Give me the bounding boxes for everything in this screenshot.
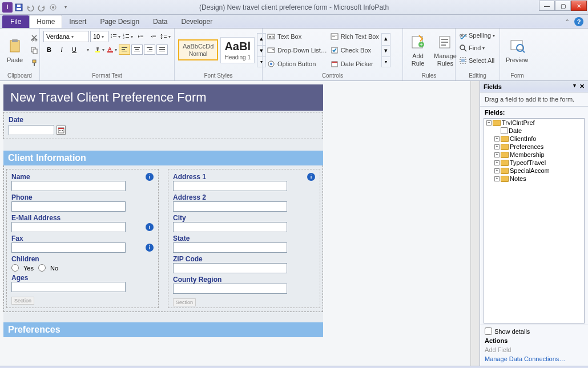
controls-gallery-nav[interactable]: ▴ ▾ ▾	[381, 33, 390, 67]
save-icon[interactable]	[14, 2, 24, 13]
align-right-icon[interactable]	[144, 45, 155, 55]
manage-rules-button[interactable]: Manage Rules	[432, 32, 459, 67]
increase-indent-icon[interactable]	[147, 31, 159, 42]
show-details-checkbox[interactable]	[485, 327, 492, 335]
numbering-icon[interactable]: 12	[122, 31, 134, 42]
date-section[interactable]: Date	[3, 112, 323, 139]
cut-icon[interactable]	[29, 32, 40, 43]
file-tab[interactable]: File	[2, 15, 29, 28]
zip-input[interactable]	[173, 263, 287, 273]
country-input[interactable]	[173, 284, 287, 294]
state-input[interactable]	[173, 242, 287, 253]
align-center-icon[interactable]	[131, 45, 143, 55]
client-info-header[interactable]: Client Information	[3, 151, 323, 165]
client-info-right-col[interactable]: Address 1i Address 2 City State ZIP Code…	[168, 169, 320, 308]
help-icon[interactable]: ?	[574, 17, 583, 26]
align-left-icon[interactable]	[119, 45, 130, 55]
expand-icon[interactable]: +	[494, 168, 500, 173]
children-yes-radio[interactable]	[11, 264, 19, 272]
decrease-indent-icon[interactable]	[135, 31, 146, 42]
add-rule-button[interactable]: + Add Rule	[406, 32, 429, 67]
tab-data[interactable]: Data	[146, 15, 174, 28]
underline-dd-icon[interactable]	[81, 44, 92, 55]
form-title[interactable]: New Travel Client Preference Form	[3, 84, 323, 111]
paste-button[interactable]: Paste	[3, 36, 26, 64]
phone-input[interactable]	[11, 201, 126, 212]
email-input[interactable]	[11, 222, 126, 232]
info-icon[interactable]: i	[146, 244, 154, 252]
highlight-icon[interactable]	[94, 44, 105, 55]
design-canvas[interactable]: New Travel Client Preference Form Date C…	[0, 81, 470, 366]
style-normal[interactable]: AaBbCcDd Normal	[178, 39, 218, 60]
vertical-scrollbar[interactable]	[470, 81, 480, 366]
tab-page-design[interactable]: Page Design	[93, 15, 146, 28]
redo-icon[interactable]	[37, 2, 47, 13]
tree-item-membership[interactable]: +Membership	[484, 151, 584, 159]
info-icon[interactable]: i	[146, 173, 154, 181]
ctrl-option-button[interactable]: Option Button	[266, 58, 317, 70]
app-icon[interactable]: I	[2, 2, 13, 13]
client-info-left-col[interactable]: Namei Phone E-Mail Addressi Faxi Childre…	[6, 169, 159, 308]
ctrl-drop-down[interactable]: Drop-Down List…	[266, 44, 328, 56]
children-no-radio[interactable]	[38, 264, 46, 272]
spelling-button[interactable]: abcSpelling▾	[459, 30, 495, 41]
section-tag[interactable]: Section	[11, 297, 34, 305]
address1-input[interactable]	[173, 181, 287, 191]
font-color-icon[interactable]: A	[106, 44, 118, 55]
italic-icon[interactable]: I	[56, 44, 67, 55]
fields-tree[interactable]: −TrvlClntPref Date +ClientInfo +Preferen…	[484, 118, 585, 323]
tab-developer[interactable]: Developer	[174, 15, 219, 28]
minimize-ribbon-icon[interactable]: ⌃	[563, 18, 571, 26]
line-spacing-icon[interactable]	[160, 31, 171, 42]
expand-icon[interactable]: +	[494, 144, 500, 149]
expand-icon[interactable]: +	[494, 152, 500, 157]
tab-home[interactable]: Home	[29, 15, 62, 28]
find-button[interactable]: Find▾	[459, 42, 485, 54]
close-button[interactable]: ✕	[571, 1, 587, 11]
manage-connections-link[interactable]: Manage Data Connections…	[485, 354, 583, 363]
address2-input[interactable]	[173, 201, 287, 212]
pane-close-icon[interactable]: ✕	[579, 83, 585, 90]
preview-qat-icon[interactable]	[48, 2, 58, 13]
underline-icon[interactable]: U	[69, 44, 80, 55]
ages-input[interactable]	[11, 282, 126, 292]
date-input[interactable]	[9, 125, 54, 135]
bold-icon[interactable]: B	[43, 44, 55, 55]
ctrl-date-picker[interactable]: Date Picker	[329, 58, 374, 70]
align-justify-icon[interactable]	[156, 45, 168, 55]
copy-icon[interactable]	[29, 45, 40, 56]
client-info-section[interactable]: Namei Phone E-Mail Addressi Faxi Childre…	[3, 165, 323, 312]
expand-icon[interactable]: +	[494, 176, 500, 181]
info-icon[interactable]: i	[146, 223, 154, 231]
name-input[interactable]	[11, 181, 126, 191]
pane-dropdown-icon[interactable]: ▼	[572, 83, 577, 90]
style-heading1[interactable]: AaBl Heading 1	[220, 37, 255, 63]
bullets-icon[interactable]	[110, 31, 121, 42]
info-icon[interactable]: i	[307, 173, 315, 181]
qat-dropdown-icon[interactable]	[59, 2, 70, 13]
fax-input[interactable]	[11, 242, 126, 253]
calendar-icon[interactable]	[57, 126, 66, 135]
tree-item-notes[interactable]: +Notes	[484, 175, 584, 183]
expand-icon[interactable]: +	[494, 136, 500, 141]
tree-item-preferences[interactable]: +Preferences	[484, 143, 584, 151]
expand-icon[interactable]: +	[494, 160, 500, 165]
tree-item-date[interactable]: Date	[484, 127, 584, 135]
tree-item-typeoftravel[interactable]: +TypeofTravel	[484, 159, 584, 167]
select-all-button[interactable]: Select All	[459, 55, 494, 66]
preview-button[interactable]: Preview	[504, 36, 530, 64]
ctrl-check-box[interactable]: Check Box	[329, 44, 372, 56]
minimize-button[interactable]: —	[539, 1, 555, 11]
section-tag[interactable]: Section	[173, 298, 196, 306]
tree-item-specialaccom[interactable]: +SpecialAccom	[484, 167, 584, 175]
tree-root[interactable]: −TrvlClntPref	[484, 119, 584, 127]
city-input[interactable]	[173, 222, 287, 232]
maximize-button[interactable]: ▢	[555, 1, 571, 11]
ctrl-rich-text[interactable]: Rich Text Box	[329, 30, 380, 43]
ctrl-text-box[interactable]: abText Box	[266, 30, 303, 43]
preferences-header[interactable]: Preferences	[3, 322, 323, 337]
tab-insert[interactable]: Insert	[62, 15, 93, 28]
format-painter-icon[interactable]	[29, 57, 40, 68]
font-name-select[interactable]: Verdana	[43, 31, 89, 42]
tree-item-clientinfo[interactable]: +ClientInfo	[484, 135, 584, 143]
